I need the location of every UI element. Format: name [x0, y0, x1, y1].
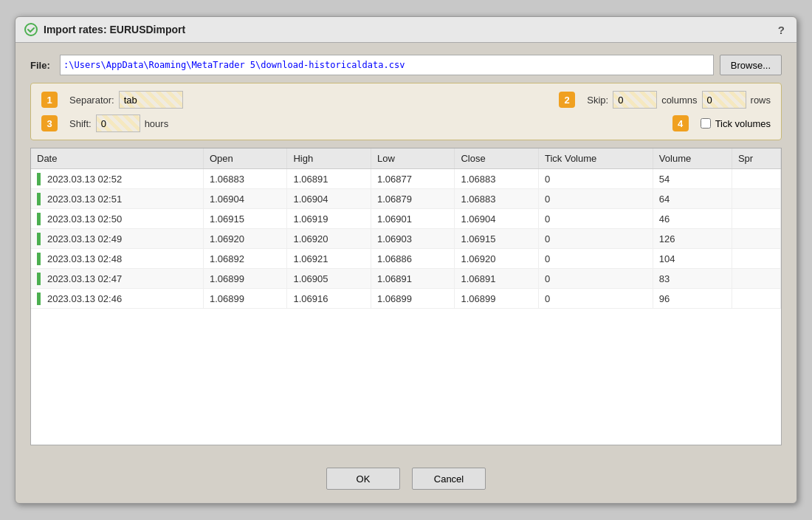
table-row: ▌ 2023.03.13 02:48 1.06892 1.06921 1.068… — [31, 249, 781, 269]
cell-volume: 83 — [653, 269, 732, 289]
col-low: Low — [371, 148, 455, 169]
table-row: ▌ 2023.03.13 02:52 1.06883 1.06891 1.068… — [31, 169, 781, 189]
file-row: File: Browse... — [30, 55, 782, 75]
file-label: File: — [30, 60, 54, 71]
cell-tick-volume: 0 — [538, 269, 653, 289]
shift-select[interactable]: 0 1 -1 — [96, 114, 140, 132]
cell-close: 1.06883 — [455, 169, 539, 189]
col-close: Close — [455, 148, 539, 169]
settings-row-1: 1 Separator: tab comma semicolon space 2… — [41, 91, 771, 109]
shift-group: Shift: 0 1 -1 hours — [69, 114, 168, 132]
cell-spr — [732, 169, 780, 189]
col-tick-volume: Tick Volume — [538, 148, 653, 169]
skip-columns-select[interactable]: 0 1 2 — [613, 91, 657, 109]
skip-label: Skip: — [587, 95, 608, 106]
candle-icon: ▌ — [37, 253, 44, 264]
col-high: High — [287, 148, 371, 169]
candle-icon: ▌ — [37, 173, 44, 185]
header-row: Date Open High Low Close Tick Volume Vol… — [31, 148, 781, 169]
step-4-badge: 4 — [672, 115, 689, 131]
cell-spr — [732, 229, 780, 249]
cell-spr — [732, 209, 780, 229]
table-header: Date Open High Low Close Tick Volume Vol… — [31, 148, 781, 169]
cell-spr — [732, 189, 780, 209]
cell-date: ▌ 2023.03.13 02:46 — [31, 289, 203, 309]
cell-tick-volume: 0 — [538, 229, 653, 249]
cell-volume: 54 — [653, 169, 732, 189]
help-button[interactable]: ? — [775, 24, 788, 36]
svg-point-0 — [25, 24, 37, 35]
title-left: Import rates: EURUSDimport — [24, 23, 185, 36]
cell-close: 1.06904 — [455, 209, 539, 229]
dialog-body: File: Browse... 1 Separator: tab comma s… — [16, 43, 796, 457]
cell-low: 1.06901 — [371, 209, 455, 229]
ok-button[interactable]: OK — [326, 468, 400, 490]
settings-panel: 1 Separator: tab comma semicolon space 2… — [30, 83, 782, 140]
tick-volumes-label[interactable]: Tick volumes — [715, 118, 771, 129]
cell-tick-volume: 0 — [538, 189, 653, 209]
cell-open: 1.06920 — [203, 229, 287, 249]
dialog-footer: OK Cancel — [16, 457, 796, 503]
candle-icon: ▌ — [37, 193, 44, 205]
cancel-button[interactable]: Cancel — [412, 468, 486, 490]
cell-open: 1.06892 — [203, 249, 287, 269]
candle-icon: ▌ — [37, 213, 44, 225]
table-row: ▌ 2023.03.13 02:50 1.06915 1.06919 1.069… — [31, 209, 781, 229]
cell-high: 1.06919 — [287, 209, 371, 229]
cell-close: 1.06920 — [455, 249, 539, 269]
file-input[interactable] — [60, 55, 714, 75]
cell-open: 1.06899 — [203, 269, 287, 289]
cell-volume: 104 — [653, 249, 732, 269]
data-table-wrapper: Date Open High Low Close Tick Volume Vol… — [30, 148, 782, 445]
cell-high: 1.06904 — [287, 189, 371, 209]
cell-close: 1.06883 — [455, 189, 539, 209]
cell-date: ▌ 2023.03.13 02:48 — [31, 249, 203, 269]
rows-label: rows — [751, 95, 771, 106]
cell-tick-volume: 0 — [538, 209, 653, 229]
table-body: ▌ 2023.03.13 02:52 1.06883 1.06891 1.068… — [31, 169, 781, 309]
hours-label: hours — [145, 118, 169, 129]
shift-label: Shift: — [69, 118, 92, 129]
settings-row-2: 3 Shift: 0 1 -1 hours 4 Tick volumes — [41, 114, 771, 132]
cell-low: 1.06877 — [371, 169, 455, 189]
cell-open: 1.06904 — [203, 189, 287, 209]
step-3-badge: 3 — [41, 115, 58, 131]
cell-low: 1.06903 — [371, 229, 455, 249]
cell-spr — [732, 249, 780, 269]
step-1-badge: 1 — [41, 92, 58, 108]
separator-label: Separator: — [69, 95, 114, 106]
cell-high: 1.06920 — [287, 229, 371, 249]
cell-tick-volume: 0 — [538, 169, 653, 189]
cell-date: ▌ 2023.03.13 02:49 — [31, 229, 203, 249]
cell-low: 1.06879 — [371, 189, 455, 209]
tick-volumes-checkbox[interactable] — [701, 118, 711, 129]
skip-rows-select[interactable]: 0 1 2 — [702, 91, 746, 109]
step-2-badge: 2 — [559, 92, 575, 108]
cell-date: ▌ 2023.03.13 02:52 — [31, 169, 203, 189]
separator-select[interactable]: tab comma semicolon space — [119, 91, 183, 109]
cell-date: ▌ 2023.03.13 02:51 — [31, 189, 203, 209]
candle-icon: ▌ — [37, 292, 44, 304]
cell-date: ▌ 2023.03.13 02:47 — [31, 269, 203, 289]
cell-open: 1.06915 — [203, 209, 287, 229]
candle-icon: ▌ — [37, 273, 44, 284]
cell-close: 1.06891 — [455, 269, 539, 289]
cell-high: 1.06916 — [287, 289, 371, 309]
cell-close: 1.06899 — [455, 289, 539, 309]
cell-volume: 96 — [653, 289, 732, 309]
cell-high: 1.06891 — [287, 169, 371, 189]
separator-group: Separator: tab comma semicolon space — [69, 91, 183, 109]
col-open: Open — [203, 148, 287, 169]
cell-volume: 126 — [653, 229, 732, 249]
cell-volume: 64 — [653, 189, 732, 209]
cell-high: 1.06921 — [287, 249, 371, 269]
browse-button[interactable]: Browse... — [720, 55, 782, 75]
table-row: ▌ 2023.03.13 02:47 1.06899 1.06905 1.068… — [31, 269, 781, 289]
data-table: Date Open High Low Close Tick Volume Vol… — [31, 148, 781, 309]
cell-spr — [732, 269, 780, 289]
app-icon — [24, 23, 38, 36]
cell-low: 1.06886 — [371, 249, 455, 269]
cell-tick-volume: 0 — [538, 289, 653, 309]
import-dialog: Import rates: EURUSDimport ? File: Brows… — [15, 16, 797, 504]
cell-close: 1.06915 — [455, 229, 539, 249]
